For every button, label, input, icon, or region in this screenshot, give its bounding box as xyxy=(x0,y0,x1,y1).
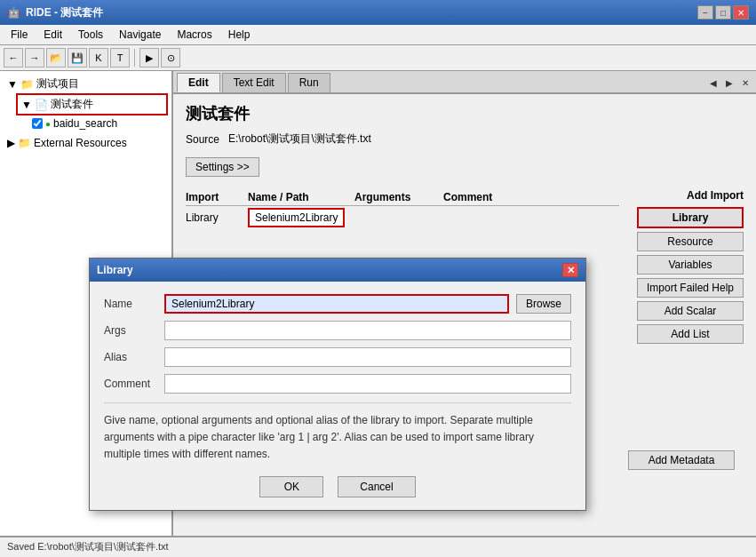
minimize-button[interactable]: − xyxy=(697,5,713,20)
source-row: Source E:\robot\测试项目\测试套件.txt xyxy=(186,131,744,147)
expand-icon: ▼ xyxy=(7,78,18,91)
dialog-comment-row: Comment xyxy=(104,374,571,394)
file-icon: 📄 xyxy=(35,99,48,111)
tree-item-project[interactable]: ▼ 📁 测试项目 xyxy=(4,75,168,93)
dialog-close-button[interactable]: ✕ xyxy=(562,263,578,277)
tab-run[interactable]: Run xyxy=(288,73,330,92)
menu-edit[interactable]: Edit xyxy=(36,27,69,43)
tab-prev[interactable]: ◀ xyxy=(706,76,720,90)
menu-bar: File Edit Tools Navigate Macros Help xyxy=(0,25,756,45)
folder-icon: 📁 xyxy=(18,137,31,149)
col-args-header: Arguments xyxy=(354,191,443,203)
toolbar-t[interactable]: T xyxy=(110,48,130,68)
tab-bar: Edit Text Edit Run ◀ ▶ ✕ xyxy=(173,71,756,94)
dialog-title: Library xyxy=(97,264,133,276)
menu-navigate[interactable]: Navigate xyxy=(112,27,168,43)
dialog-buttons: OK Cancel xyxy=(104,476,571,497)
add-import-label: Add Import xyxy=(628,189,744,202)
title-bar: 🤖 RIDE - 测试套件 − □ ✕ xyxy=(0,0,756,25)
toolbar: ← → 📂 💾 K T ▶ ⊙ xyxy=(0,45,756,71)
import-row: Library Selenium2Library xyxy=(186,210,619,226)
tree-item-label: baidu_search xyxy=(53,117,117,130)
dialog-alias-row: Alias xyxy=(104,347,571,367)
suite-title: 测试套件 xyxy=(186,103,744,124)
dialog-args-label: Args xyxy=(104,324,157,337)
dialog-ok-button[interactable]: OK xyxy=(259,476,323,497)
menu-help[interactable]: Help xyxy=(221,27,258,43)
title-bar-left: 🤖 RIDE - 测试套件 xyxy=(7,5,103,20)
toolbar-back[interactable]: ← xyxy=(4,48,23,68)
col-name-header: Name / Path xyxy=(248,191,354,203)
dialog-args-row: Args xyxy=(104,321,571,340)
dialog-alias-label: Alias xyxy=(104,351,157,363)
dialog-name-input[interactable] xyxy=(164,294,509,314)
dialog-args-input[interactable] xyxy=(164,321,571,340)
tree-item-suite[interactable]: ▼ 📄 测试套件 xyxy=(16,93,168,115)
dialog-cancel-button[interactable]: Cancel xyxy=(338,476,415,497)
dialog-alias-input-wrap xyxy=(164,347,571,367)
tree-item-label: 测试项目 xyxy=(36,76,79,92)
library-dialog: Library ✕ Name Browse Args Alias xyxy=(89,258,586,511)
import-failed-help-button[interactable]: Import Failed Help xyxy=(637,278,744,298)
tabs-left: Edit Text Edit Run xyxy=(177,73,332,92)
col-comment-header: Comment xyxy=(443,191,619,203)
toolbar-open[interactable]: 📂 xyxy=(46,48,66,68)
tab-next[interactable]: ▶ xyxy=(722,76,736,90)
maximize-button[interactable]: □ xyxy=(715,5,731,20)
tree-item-checkbox[interactable] xyxy=(32,118,43,129)
add-resource-button[interactable]: Resource xyxy=(637,232,744,251)
add-variables-button[interactable]: Variables xyxy=(637,255,744,275)
dialog-args-input-wrap xyxy=(164,321,571,340)
status-bar: Saved E:\robot\测试项目\测试套件.txt xyxy=(0,536,756,557)
tab-edit[interactable]: Edit xyxy=(177,73,220,92)
settings-button[interactable]: Settings >> xyxy=(186,157,259,177)
import-name-cell: Selenium2Library xyxy=(248,211,354,224)
tree-item-external[interactable]: ▶ 📁 External Resources xyxy=(4,135,168,151)
add-library-button[interactable]: Library xyxy=(637,207,744,228)
add-metadata-button[interactable]: Add Metadata xyxy=(628,450,735,470)
tree-item-baidu[interactable]: ● baidu_search xyxy=(28,115,168,131)
tab-text-edit[interactable]: Text Edit xyxy=(222,73,286,92)
dialog-comment-label: Comment xyxy=(104,378,157,390)
add-list-button[interactable]: Add List xyxy=(637,324,744,344)
library-name-box[interactable]: Selenium2Library xyxy=(248,208,345,227)
toolbar-forward[interactable]: → xyxy=(25,48,44,68)
tree-item-label: External Resources xyxy=(34,137,127,149)
menu-file[interactable]: File xyxy=(4,27,35,43)
expand-icon: ▶ xyxy=(7,137,15,149)
toolbar-run[interactable]: ▶ xyxy=(139,48,159,68)
dialog-name-label: Name xyxy=(104,298,157,310)
toolbar-record[interactable]: ⊙ xyxy=(161,48,180,68)
tab-close[interactable]: ✕ xyxy=(738,76,752,90)
import-type: Library xyxy=(186,211,248,224)
source-path: E:\robot\测试项目\测试套件.txt xyxy=(228,131,371,147)
title-bar-controls: − □ ✕ xyxy=(697,5,749,20)
menu-macros[interactable]: Macros xyxy=(170,27,219,43)
tree-item-label: 测试套件 xyxy=(51,97,93,112)
app-icon: 🤖 xyxy=(7,6,20,19)
add-import-section: Add Import Library Resource Variables Im… xyxy=(628,189,744,344)
import-header: Import Name / Path Arguments Comment xyxy=(186,189,619,206)
test-icon: ● xyxy=(45,119,51,129)
dialog-name-input-wrap: Browse xyxy=(164,294,571,314)
dialog-description: Give name, optional arguments and option… xyxy=(104,402,571,464)
dialog-comment-input-wrap xyxy=(164,374,571,394)
browse-button[interactable]: Browse xyxy=(516,294,571,314)
toolbar-separator xyxy=(134,49,135,67)
menu-tools[interactable]: Tools xyxy=(71,27,110,43)
col-import-header: Import xyxy=(186,191,248,203)
close-button[interactable]: ✕ xyxy=(733,5,749,20)
toolbar-k[interactable]: K xyxy=(89,48,108,68)
dialog-alias-input[interactable] xyxy=(164,347,571,367)
tab-nav: ◀ ▶ ✕ xyxy=(706,76,752,90)
app-title: RIDE - 测试套件 xyxy=(26,5,103,20)
expand-icon: ▼ xyxy=(21,99,32,111)
dialog-body: Name Browse Args Alias Comment xyxy=(90,282,585,510)
add-scalar-button[interactable]: Add Scalar xyxy=(637,301,744,321)
dialog-comment-input[interactable] xyxy=(164,374,571,394)
status-text: Saved E:\robot\测试项目\测试套件.txt xyxy=(7,541,169,552)
dialog-name-row: Name Browse xyxy=(104,294,571,314)
source-label: Source xyxy=(186,133,219,146)
folder-icon: 📁 xyxy=(20,78,34,91)
toolbar-save[interactable]: 💾 xyxy=(68,48,87,68)
